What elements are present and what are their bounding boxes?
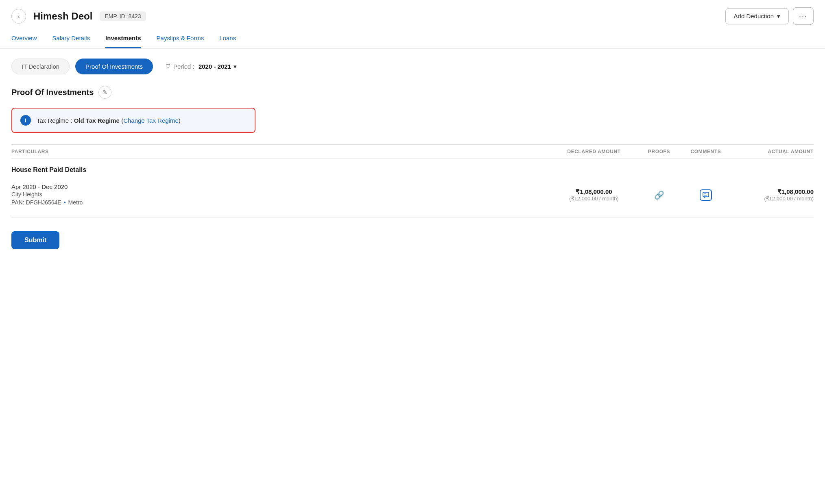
employee-name: Himesh Deol — [33, 11, 92, 22]
add-deduction-label: Add Deduction — [734, 13, 774, 20]
col-comments: COMMENTS — [679, 149, 732, 154]
submit-button[interactable]: Submit — [11, 231, 59, 249]
col-actual-amount: ACTUAL AMOUNT — [732, 149, 814, 154]
comment-icon[interactable] — [700, 189, 712, 201]
row-comments-cell — [679, 189, 732, 201]
header-left: ‹ Himesh Deol EMP. ID: 8423 — [11, 9, 146, 24]
table-row: Apr 2020 - Dec 2020 City Heights PAN: DF… — [11, 180, 814, 210]
col-particulars: PARTICULARS — [11, 149, 549, 154]
row-actual-amount: ₹1,08,000.00 (₹12,000.00 / month) — [732, 188, 814, 202]
dot-separator: • — [64, 199, 66, 206]
row-city-type: Metro — [68, 199, 83, 206]
tax-regime-banner: i Tax Regime : Old Tax Regime (Change Ta… — [11, 108, 255, 133]
row-declared-amount: ₹1,08,000.00 (₹12,000.00 / month) — [549, 188, 639, 202]
back-button[interactable]: ‹ — [11, 9, 26, 24]
edit-icon: ✎ — [103, 89, 107, 96]
group-title-house-rent: House Rent Paid Details — [11, 166, 814, 174]
row-address: City Heights — [11, 190, 549, 198]
section-title-row: Proof Of Investments ✎ — [11, 86, 814, 99]
period-prefix: Period : — [173, 63, 194, 70]
tab-investments[interactable]: Investments — [105, 29, 141, 48]
paperclip-icon[interactable]: 🔗 — [654, 191, 664, 200]
edit-button[interactable]: ✎ — [98, 86, 111, 99]
nav-tabs: Overview Salary Details Investments Pays… — [0, 29, 825, 49]
more-options-button[interactable]: ··· — [793, 7, 814, 25]
tax-regime-name: Old Tax Regime — [74, 117, 120, 124]
tab-loans[interactable]: Loans — [219, 29, 236, 48]
declared-amount-per-month: (₹12,000.00 / month) — [549, 196, 639, 202]
row-proofs-cell: 🔗 — [639, 190, 679, 200]
table-divider — [11, 217, 814, 217]
declared-amount-value: ₹1,08,000.00 — [549, 188, 639, 196]
page-header: ‹ Himesh Deol EMP. ID: 8423 Add Deductio… — [0, 0, 825, 25]
sub-tabs: IT Declaration Proof Of Investments ⛉ Pe… — [0, 49, 825, 74]
change-tax-regime-link[interactable]: Change Tax Regime — [123, 117, 179, 124]
col-declared-amount: DECLARED AMOUNT — [549, 149, 639, 154]
actual-amount-per-month: (₹12,000.00 / month) — [732, 196, 814, 202]
comment-svg — [703, 192, 709, 198]
emp-id-badge: EMP. ID: 8423 — [100, 11, 146, 21]
tab-payslips[interactable]: Payslips & Forms — [157, 29, 204, 48]
svg-rect-0 — [703, 192, 709, 197]
filter-icon: ⛉ — [165, 63, 171, 70]
main-content: Proof Of Investments ✎ i Tax Regime : Ol… — [0, 74, 825, 249]
tax-regime-close-paren: ) — [179, 117, 181, 124]
add-deduction-button[interactable]: Add Deduction ▾ — [725, 8, 789, 24]
tab-salary-details[interactable]: Salary Details — [52, 29, 90, 48]
row-period: Apr 2020 - Dec 2020 — [11, 183, 549, 190]
sub-tab-proof-of-investments[interactable]: Proof Of Investments — [75, 59, 153, 74]
actual-amount-value: ₹1,08,000.00 — [732, 188, 814, 196]
header-right: Add Deduction ▾ ··· — [725, 7, 814, 25]
dropdown-arrow-icon: ▾ — [777, 13, 780, 20]
section-title-text: Proof Of Investments — [11, 88, 94, 97]
info-icon: i — [20, 115, 31, 126]
more-icon: ··· — [799, 12, 808, 20]
period-value: 2020 - 2021 — [197, 63, 231, 70]
row-pan: PAN: DFGHJ6564E — [11, 199, 61, 206]
back-icon: ‹ — [17, 13, 20, 20]
period-filter[interactable]: ⛉ Period : 2020 - 2021 ▾ — [165, 63, 237, 70]
row-pan-metro: PAN: DFGHJ6564E•Metro — [11, 198, 549, 206]
tax-regime-prefix: Tax Regime : — [37, 117, 74, 124]
col-proofs: PROOFS — [639, 149, 679, 154]
sub-tab-it-declaration[interactable]: IT Declaration — [11, 59, 70, 74]
tab-overview[interactable]: Overview — [11, 29, 37, 48]
period-dropdown-icon: ▾ — [234, 63, 237, 70]
row-particulars: Apr 2020 - Dec 2020 City Heights PAN: DF… — [11, 183, 549, 206]
tax-regime-text: Tax Regime : Old Tax Regime (Change Tax … — [37, 117, 181, 124]
table-header: PARTICULARS DECLARED AMOUNT PROOFS COMME… — [11, 144, 814, 159]
